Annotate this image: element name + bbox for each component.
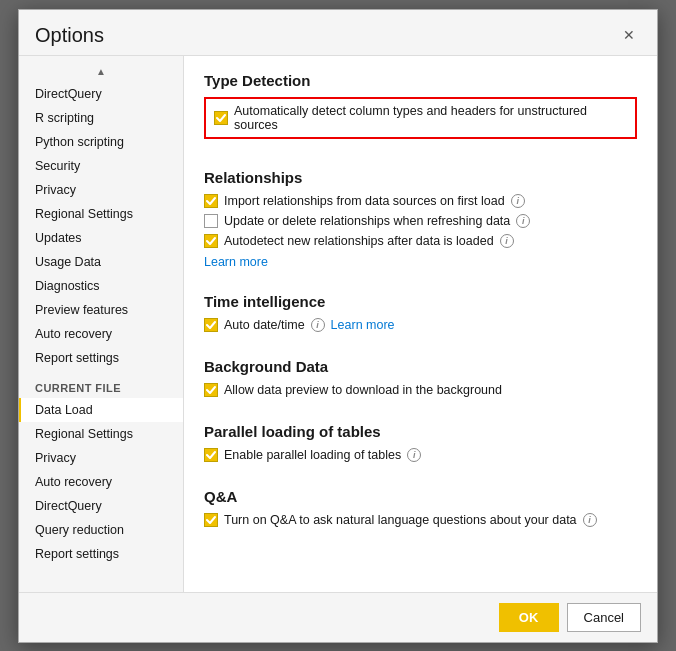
- checkbox-auto-date-time[interactable]: [204, 318, 218, 332]
- sidebar-item-usage-data[interactable]: Usage Data: [19, 250, 183, 274]
- info-icon-enable-parallel-loading: i: [407, 448, 421, 462]
- sidebar-item-cf-directquery[interactable]: DirectQuery: [19, 494, 183, 518]
- checkbox-row-autodetect-relationships: Autodetect new relationships after data …: [204, 234, 637, 248]
- checkbox-label-enable-parallel-loading: Enable parallel loading of tables: [224, 448, 401, 462]
- sidebar-item-regional-settings[interactable]: Regional Settings: [19, 202, 183, 226]
- checkbox-label-auto-detect-types: Automatically detect column types and he…: [234, 104, 627, 132]
- checkbox-row-auto-detect-types: Automatically detect column types and he…: [204, 97, 637, 139]
- dialog-title: Options: [35, 24, 104, 47]
- close-button[interactable]: ✕: [617, 26, 641, 44]
- checkbox-turn-on-qa[interactable]: [204, 513, 218, 527]
- section-title-parallel-loading: Parallel loading of tables: [204, 423, 637, 440]
- checkbox-auto-detect-types[interactable]: [214, 111, 228, 125]
- sidebar-item-cf-data-load[interactable]: Data Load: [19, 398, 183, 422]
- section-title-type-detection: Type Detection: [204, 72, 637, 89]
- section-title-qa: Q&A: [204, 488, 637, 505]
- sidebar-item-cf-privacy[interactable]: Privacy: [19, 446, 183, 470]
- sidebar-item-preview-features[interactable]: Preview features: [19, 298, 183, 322]
- sidebar-item-cf-auto-recovery[interactable]: Auto recovery: [19, 470, 183, 494]
- info-icon-import-relationships: i: [511, 194, 525, 208]
- checkbox-enable-parallel-loading[interactable]: [204, 448, 218, 462]
- sidebar-item-cf-query-reduction[interactable]: Query reduction: [19, 518, 183, 542]
- sidebar-item-report-settings[interactable]: Report settings: [19, 346, 183, 370]
- sidebar-scroll: DirectQueryR scriptingPython scriptingSe…: [19, 82, 183, 592]
- checkbox-autodetect-relationships[interactable]: [204, 234, 218, 248]
- title-bar: Options ✕: [19, 10, 657, 55]
- sidebar-item-cf-regional-settings[interactable]: Regional Settings: [19, 422, 183, 446]
- checkbox-import-relationships[interactable]: [204, 194, 218, 208]
- section-title-time-intelligence: Time intelligence: [204, 293, 637, 310]
- checkbox-label-autodetect-relationships: Autodetect new relationships after data …: [224, 234, 494, 248]
- learn-more-inline-auto-date-time[interactable]: Learn more: [331, 318, 395, 332]
- scroll-up-arrow[interactable]: ▲: [19, 62, 183, 82]
- checkbox-label-auto-date-time: Auto date/time: [224, 318, 305, 332]
- cancel-button[interactable]: Cancel: [567, 603, 641, 632]
- checkbox-row-auto-date-time: Auto date/timeiLearn more: [204, 318, 637, 332]
- sidebar-item-updates[interactable]: Updates: [19, 226, 183, 250]
- checkbox-row-import-relationships: Import relationships from data sources o…: [204, 194, 637, 208]
- ok-button[interactable]: OK: [499, 603, 559, 632]
- section-title-relationships: Relationships: [204, 169, 637, 186]
- checkbox-update-delete-relationships[interactable]: [204, 214, 218, 228]
- sidebar-item-python-scripting[interactable]: Python scripting: [19, 130, 183, 154]
- checkbox-label-import-relationships: Import relationships from data sources o…: [224, 194, 505, 208]
- sidebar-item-cf-report-settings[interactable]: Report settings: [19, 542, 183, 566]
- info-icon-turn-on-qa: i: [583, 513, 597, 527]
- checkbox-label-allow-data-preview: Allow data preview to download in the ba…: [224, 383, 502, 397]
- info-icon-update-delete-relationships: i: [516, 214, 530, 228]
- checkbox-row-allow-data-preview: Allow data preview to download in the ba…: [204, 383, 637, 397]
- sidebar-item-r-scripting[interactable]: R scripting: [19, 106, 183, 130]
- options-dialog: Options ✕ ▲ DirectQueryR scriptingPython…: [18, 9, 658, 643]
- dialog-body: ▲ DirectQueryR scriptingPython scripting…: [19, 55, 657, 592]
- sidebar-item-auto-recovery[interactable]: Auto recovery: [19, 322, 183, 346]
- sidebar-item-privacy[interactable]: Privacy: [19, 178, 183, 202]
- checkbox-label-update-delete-relationships: Update or delete relationships when refr…: [224, 214, 510, 228]
- checkbox-allow-data-preview[interactable]: [204, 383, 218, 397]
- sidebar-item-security[interactable]: Security: [19, 154, 183, 178]
- dialog-footer: OK Cancel: [19, 592, 657, 642]
- info-icon-autodetect-relationships: i: [500, 234, 514, 248]
- checkbox-row-enable-parallel-loading: Enable parallel loading of tablesi: [204, 448, 637, 462]
- section-title-background-data: Background Data: [204, 358, 637, 375]
- checkbox-row-turn-on-qa: Turn on Q&A to ask natural language ques…: [204, 513, 637, 527]
- sidebar: ▲ DirectQueryR scriptingPython scripting…: [19, 56, 184, 592]
- sidebar-item-directquery[interactable]: DirectQuery: [19, 82, 183, 106]
- learn-more-section-relationships[interactable]: Learn more: [204, 255, 268, 269]
- main-content: Type DetectionAutomatically detect colum…: [184, 56, 657, 592]
- current-file-header: CURRENT FILE: [19, 374, 183, 398]
- sidebar-item-diagnostics[interactable]: Diagnostics: [19, 274, 183, 298]
- checkbox-label-turn-on-qa: Turn on Q&A to ask natural language ques…: [224, 513, 577, 527]
- checkbox-row-update-delete-relationships: Update or delete relationships when refr…: [204, 214, 637, 228]
- info-icon-auto-date-time: i: [311, 318, 325, 332]
